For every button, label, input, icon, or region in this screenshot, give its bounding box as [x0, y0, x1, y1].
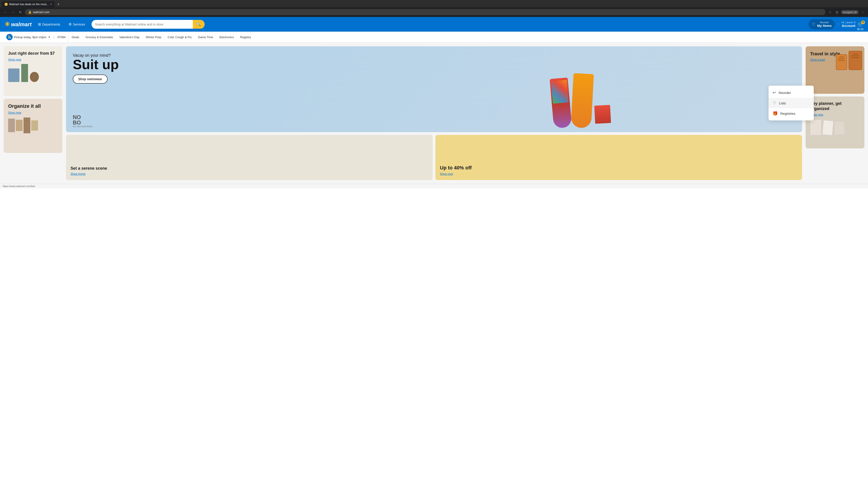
left-column: Just right decor from $7 Shop now Organi… [4, 46, 62, 180]
gift-icon: 🎁 [773, 111, 778, 116]
decor-title: Just right decor from $7 [8, 51, 58, 56]
dropdown-reorder[interactable]: ↩ Reorder [769, 88, 814, 98]
dropdown-lists[interactable]: ♡ Lists [769, 98, 814, 108]
hero-card[interactable]: Vacay on your mind? Suit up Shop swimwea… [66, 46, 802, 132]
store-icon: 🏪 [6, 34, 13, 40]
account-label: Account [842, 24, 856, 28]
reorder-icon: ↩ [773, 90, 776, 95]
browser-nav-actions: ☆ ⊡ Incognito (3) ⋮ [827, 9, 866, 15]
nav-deals[interactable]: Deals [68, 33, 82, 41]
planner-visual [810, 120, 860, 135]
serene-card[interactable]: Set a serene scene Shop home [66, 135, 433, 180]
brand-badge: NO BO NO BOUNDARIES [73, 115, 93, 128]
new-tab-button[interactable]: + [56, 1, 61, 7]
bottom-row: Set a serene scene Shop home Up to 40% o… [66, 135, 802, 180]
active-tab[interactable]: 🛒 Walmart has deals on the most... ✕ [2, 1, 55, 7]
serene-shop-link[interactable]: Shop home [70, 172, 428, 175]
nav-valentines[interactable]: Valentine's Day [116, 33, 143, 41]
search-input[interactable] [92, 20, 193, 29]
cart-badge: 0 [861, 21, 865, 24]
cart-button[interactable]: 🛒 0 $0.00 [857, 22, 864, 27]
swimsuit-visual [360, 46, 802, 132]
bookmark-button[interactable]: ☆ [827, 9, 833, 15]
nav-winter[interactable]: Winter Prep [143, 33, 164, 41]
reorder-button[interactable]: ♡ Reorder My Items [809, 19, 835, 29]
page-content: Just right decor from $7 Shop now Organi… [0, 43, 868, 184]
spark-icon: ✳ [4, 21, 10, 28]
shop-swimwear-button[interactable]: Shop swimwear [73, 74, 107, 84]
account-labels: Hi, Lauren D Account [842, 21, 856, 28]
nav-registry[interactable]: Registry [237, 33, 254, 41]
incognito-badge: Incognito (3) [841, 10, 859, 14]
search-bar[interactable]: 🔍 [92, 20, 205, 29]
tab-bar: 🛒 Walmart has deals on the most... ✕ + [2, 1, 866, 7]
decor-shop-link[interactable]: Shop now [8, 58, 58, 61]
address-bar[interactable]: 🔒 [25, 9, 826, 15]
pickup-label: Pickup today, 9pm-10pm [14, 35, 46, 39]
brand-bo: BO [73, 120, 93, 125]
pickup-button[interactable]: 🏪 Pickup today, 9pm-10pm ▼ | 07094 [4, 32, 68, 42]
brand-no: NO [73, 115, 93, 120]
serene-title: Set a serene scene [70, 166, 428, 171]
decor-items-visual [8, 64, 58, 82]
walmart-logo[interactable]: ✳ walmart [4, 21, 32, 28]
organize-title: Organize it all [8, 103, 58, 109]
sale-card[interactable]: Up to 40% off Shop now [435, 135, 802, 180]
main-content: Just right decor from $7 Shop now Organi… [0, 43, 868, 184]
split-view-button[interactable]: ⊡ [834, 9, 840, 15]
planner-title: Hey planner, get organized [810, 101, 860, 111]
cart-price: $0.00 [857, 28, 864, 31]
url-input[interactable] [33, 10, 822, 14]
status-bar: https://www.walmart.com/lists [0, 184, 868, 188]
organize-promo-card[interactable]: Organize it all Shop now [4, 99, 62, 153]
sale-shop-link[interactable]: Shop now [440, 172, 798, 175]
chevron-down-icon: ▼ [48, 36, 51, 38]
nav-grocery[interactable]: Grocery & Essentials [83, 33, 116, 41]
services-label: Services [73, 23, 85, 26]
travel-card[interactable]: Travel in style Shop travel [806, 46, 864, 94]
lock-icon: 🔒 [28, 10, 32, 14]
reorder-dropdown: ↩ Reorder ♡ Lists 🎁 Registries [769, 86, 814, 121]
hero-text: Vacay on your mind? Suit up Shop swimwea… [73, 53, 119, 84]
dropdown-registries-label: Registries [780, 111, 796, 116]
heart-list-icon: ♡ [773, 101, 776, 105]
nav-cold[interactable]: Cold, Cough & Flu [164, 33, 195, 41]
shelf-visual [8, 118, 58, 133]
account-button[interactable]: 👤 Hi, Lauren D Account [837, 21, 856, 28]
organize-shop-link[interactable]: Shop now [8, 111, 58, 114]
logo-text: walmart [11, 21, 32, 28]
search-button[interactable]: 🔍 [193, 20, 205, 29]
walmart-header: ✳ walmart ⊞ Departments ⚙ Services 🔍 ♡ R… [0, 17, 868, 32]
brand-full: NO BOUNDARIES [73, 125, 93, 128]
dropdown-reorder-label: Reorder [779, 91, 791, 95]
nav-electronics[interactable]: Electronics [216, 33, 237, 41]
forward-button[interactable]: → [10, 9, 16, 15]
nav-bar: 🏪 Pickup today, 9pm-10pm ▼ | 07094 Deals… [0, 32, 868, 43]
services-nav[interactable]: ⚙ Services [67, 21, 87, 28]
departments-nav[interactable]: ⊞ Departments [36, 21, 62, 28]
heart-icon: ♡ [812, 22, 815, 27]
tab-favicon: 🛒 [4, 3, 8, 6]
grid-icon: ⊞ [38, 22, 41, 26]
status-url: https://www.walmart.com/lists [3, 185, 35, 188]
browser-chrome: 🛒 Walmart has deals on the most... ✕ + [0, 0, 868, 7]
back-button[interactable]: ← [2, 9, 8, 15]
decor-promo-card[interactable]: Just right decor from $7 Shop now [4, 46, 62, 96]
dropdown-registries[interactable]: 🎁 Registries [769, 108, 814, 119]
planner-card[interactable]: Hey planner, get organized Shop now [806, 96, 864, 149]
pipe-separator: | [54, 35, 54, 39]
planner-shop-link[interactable]: Shop now [810, 113, 860, 116]
right-column: Travel in style Shop travel [806, 46, 864, 180]
zip-label: 07094 [57, 35, 66, 39]
menu-button[interactable]: ⋮ [860, 9, 866, 15]
header-right: ♡ Reorder My Items 👤 Hi, Lauren D Accoun… [809, 19, 864, 29]
dropdown-lists-label: Lists [779, 101, 786, 105]
reorder-bottom-label: My Items [817, 24, 832, 28]
center-column: Vacay on your mind? Suit up Shop swimwea… [66, 46, 802, 180]
sale-title: Up to 40% off [440, 165, 798, 171]
hero-title: Suit up [73, 58, 119, 71]
tab-close-button[interactable]: ✕ [50, 3, 52, 6]
nav-game[interactable]: Game Time [195, 33, 216, 41]
reload-button[interactable]: ↻ [18, 9, 23, 15]
reorder-top-label: Reorder [817, 21, 832, 24]
